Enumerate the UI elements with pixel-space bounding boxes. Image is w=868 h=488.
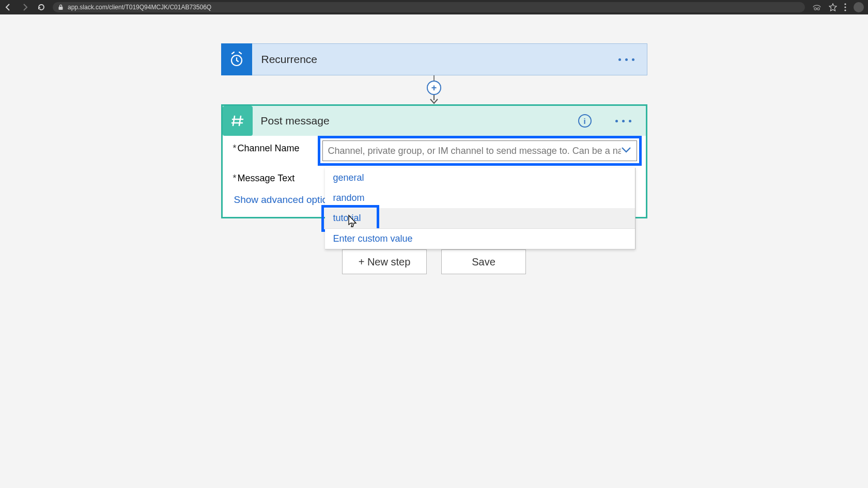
- dropdown-option-custom[interactable]: Enter custom value: [325, 228, 635, 249]
- arrow-down-icon: [429, 95, 439, 104]
- dropdown-option-tutorial[interactable]: tutorial: [325, 208, 635, 228]
- incognito-icon[interactable]: [812, 4, 822, 11]
- dropdown-option-tutorial-label: tutorial: [333, 213, 361, 223]
- svg-point-4: [844, 6, 846, 8]
- url-text: app.slack.com/client/T019Q94MCJK/C01AB73…: [68, 4, 211, 11]
- channel-name-input[interactable]: [328, 146, 621, 156]
- clock-icon: [221, 43, 252, 75]
- svg-point-5: [844, 9, 846, 11]
- back-icon[interactable]: [4, 3, 12, 11]
- address-bar[interactable]: app.slack.com/client/T019Q94MCJK/C01AB73…: [53, 2, 805, 12]
- info-icon[interactable]: i: [578, 114, 592, 128]
- browser-toolbar: app.slack.com/client/T019Q94MCJK/C01AB73…: [0, 0, 868, 14]
- svg-rect-0: [59, 7, 63, 10]
- action-more-menu[interactable]: [603, 120, 646, 122]
- profile-avatar[interactable]: [854, 2, 864, 12]
- action-header: Post message i: [223, 106, 646, 136]
- menu-icon[interactable]: [844, 3, 846, 11]
- action-card-post-message[interactable]: Post message i Channel Name: [221, 104, 647, 218]
- forward-icon[interactable]: [21, 3, 29, 11]
- lock-icon: [58, 4, 64, 10]
- flow-canvas: Recurrence + Post message: [0, 14, 868, 488]
- trigger-title: Recurrence: [252, 53, 606, 66]
- reload-icon[interactable]: [37, 3, 45, 11]
- connector: +: [221, 75, 647, 104]
- action-title: Post message: [253, 115, 578, 127]
- channel-dropdown-list: general random tutorial Enter custom val…: [325, 168, 636, 249]
- trigger-card-recurrence[interactable]: Recurrence: [221, 43, 647, 75]
- show-advanced-options-label: Show advanced options: [234, 194, 338, 205]
- highlight-box-combobox: [318, 136, 642, 166]
- add-step-button[interactable]: +: [427, 81, 441, 95]
- channel-name-label: Channel Name: [233, 143, 317, 154]
- new-step-button[interactable]: + New step: [342, 249, 427, 274]
- dropdown-option-random[interactable]: random: [325, 188, 635, 208]
- hash-icon: [223, 106, 253, 136]
- trigger-more-menu[interactable]: [606, 58, 647, 61]
- dropdown-option-general[interactable]: general: [325, 168, 635, 188]
- svg-point-3: [844, 3, 846, 5]
- svg-point-2: [817, 8, 819, 10]
- save-button[interactable]: Save: [441, 249, 526, 274]
- message-text-label: Message Text: [233, 173, 317, 184]
- channel-name-combobox[interactable]: [322, 140, 637, 161]
- svg-point-1: [814, 8, 816, 10]
- chevron-down-icon[interactable]: [621, 146, 631, 155]
- star-icon[interactable]: [829, 3, 837, 11]
